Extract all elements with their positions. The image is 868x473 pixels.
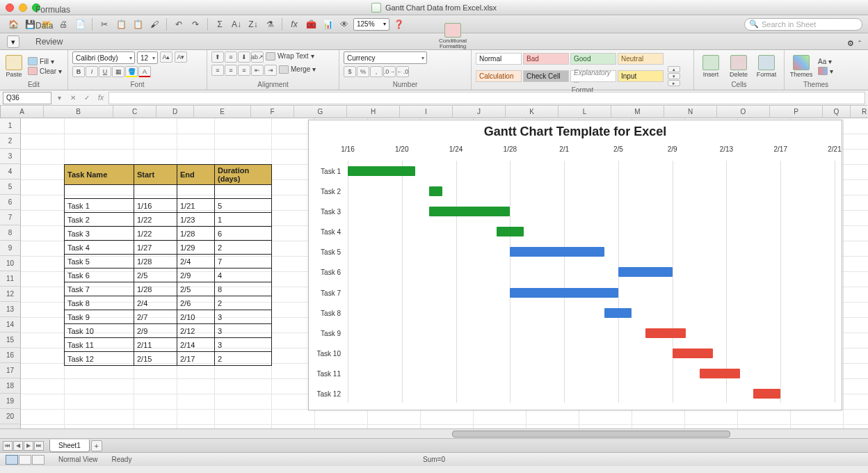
col-header[interactable]: H — [347, 106, 400, 118]
style-neutral[interactable]: Neutral — [618, 53, 664, 65]
redo-icon[interactable]: ↷ — [188, 17, 203, 31]
row-header[interactable]: 9 — [0, 241, 21, 256]
table-row[interactable]: Task 31/221/286 — [65, 227, 272, 241]
gantt-chart[interactable]: Gantt Chart Template for Excel 1/161/201… — [308, 120, 842, 410]
sort-asc-icon[interactable]: A↓ — [229, 17, 244, 31]
fx-button[interactable]: fx — [95, 93, 107, 104]
undo-icon[interactable]: ↶ — [171, 17, 186, 31]
paste-button[interactable]: Paste — [4, 52, 24, 80]
row-header[interactable]: 19 — [0, 394, 21, 409]
zoom-select[interactable]: 125%▾ — [353, 18, 389, 31]
add-sheet-button[interactable]: + — [91, 440, 102, 451]
align-right-button[interactable]: ≡ — [238, 65, 250, 76]
row-header[interactable]: 15 — [0, 332, 21, 348]
table-row[interactable]: Task 41/271/292 — [65, 241, 272, 255]
style-check-cell[interactable]: Check Cell — [523, 70, 569, 82]
styles-down-icon[interactable]: ▾ — [668, 73, 680, 79]
gantt-bar[interactable] — [604, 308, 632, 318]
gantt-bar[interactable] — [510, 247, 604, 257]
tab-data[interactable]: Data — [25, 17, 81, 33]
col-header[interactable]: O — [717, 106, 770, 118]
style-bad[interactable]: Bad — [523, 53, 569, 65]
font-name-select[interactable]: Calibri (Body) — [72, 51, 135, 64]
decrease-decimal-button[interactable]: ←.0 — [396, 66, 409, 77]
col-header[interactable]: M — [611, 106, 664, 118]
align-center-button[interactable]: ≡ — [225, 65, 237, 76]
sheet-tab-active[interactable]: Sheet1 — [49, 440, 90, 452]
close-icon[interactable] — [6, 3, 14, 12]
currency-button[interactable]: $ — [344, 66, 356, 77]
border-button[interactable]: ▦ — [112, 66, 124, 77]
style-normal[interactable]: Normal — [476, 53, 522, 65]
gantt-bar[interactable] — [673, 348, 713, 358]
sheet-nav-next-icon[interactable]: ▶ — [24, 441, 33, 451]
row-header[interactable]: 20 — [0, 409, 21, 424]
table-row[interactable]: Task 122/152/172 — [65, 352, 272, 366]
theme-fonts-button[interactable]: Aa▾ — [817, 57, 835, 66]
style-explanatory[interactable]: Explanatory ... — [570, 70, 616, 82]
insert-button[interactable]: Insert — [698, 52, 723, 80]
bold-button[interactable]: B — [72, 66, 85, 77]
row-header[interactable]: 14 — [0, 317, 21, 332]
col-header[interactable]: B — [44, 106, 113, 118]
underline-button[interactable]: U — [99, 66, 111, 77]
app-menu-button[interactable]: ▾ — [7, 35, 19, 48]
font-size-select[interactable]: 12 — [137, 51, 158, 64]
col-header[interactable]: G — [294, 106, 347, 118]
row-header[interactable]: 7 — [0, 210, 21, 225]
formula-input[interactable] — [108, 92, 865, 104]
table-row[interactable]: Task 21/221/231 — [65, 213, 272, 227]
col-header[interactable]: I — [400, 106, 453, 118]
sheet-nav-first-icon[interactable]: ⏮ — [3, 441, 13, 451]
italic-button[interactable]: I — [86, 66, 98, 77]
style-good[interactable]: Good — [570, 53, 616, 65]
home-icon[interactable]: 🏠 — [6, 17, 21, 31]
worksheet[interactable]: ABCDEFGHIJKLMNOPQR 123456789101112131415… — [0, 106, 868, 438]
sheet-nav-last-icon[interactable]: ⏭ — [34, 441, 44, 451]
ribbon-collapse-icon[interactable]: ˆ — [858, 40, 861, 48]
col-header[interactable]: L — [558, 106, 611, 118]
format-painter-icon[interactable]: 🖌 — [147, 17, 162, 31]
indent-left-button[interactable]: ⇤ — [251, 65, 264, 76]
chart-icon[interactable]: 📊 — [320, 17, 335, 31]
row-header[interactable]: 18 — [0, 378, 21, 394]
sheet-nav-prev-icon[interactable]: ◀ — [13, 441, 23, 451]
row-header[interactable]: 2 — [0, 134, 21, 149]
ribbon-options-icon[interactable]: ⚙ — [847, 39, 854, 48]
align-middle-button[interactable]: ≡ — [225, 51, 237, 63]
row-header[interactable]: 10 — [0, 256, 21, 271]
table-row[interactable]: Task 82/42/62 — [65, 296, 272, 310]
gantt-bar[interactable] — [348, 166, 415, 176]
row-header[interactable]: 5 — [0, 179, 21, 195]
filter-icon[interactable]: ⚗ — [262, 17, 278, 31]
col-header[interactable]: Q — [823, 106, 851, 118]
table-row[interactable]: Task 51/282/47 — [65, 255, 272, 268]
number-format-select[interactable]: Currency — [344, 51, 427, 64]
fill-color-button[interactable]: 🪣 — [125, 66, 138, 77]
row-header[interactable]: 1 — [0, 118, 21, 134]
orientation-button[interactable]: ab↗ — [251, 51, 264, 63]
page-layout-view-icon[interactable] — [19, 455, 31, 465]
fx-icon[interactable]: fx — [287, 17, 302, 31]
col-header[interactable]: P — [770, 106, 823, 118]
col-header[interactable]: N — [664, 106, 717, 118]
indent-right-button[interactable]: ⇥ — [264, 65, 277, 76]
gantt-bar[interactable] — [700, 369, 740, 378]
col-header[interactable]: F — [251, 106, 294, 118]
table-row[interactable]: Task 11/161/215 — [65, 199, 272, 213]
table-row[interactable]: Task 71/282/58 — [65, 282, 272, 296]
table-row[interactable]: Task 92/72/103 — [65, 310, 272, 324]
row-header[interactable]: 12 — [0, 287, 21, 302]
styles-up-icon[interactable]: ▴ — [668, 66, 680, 72]
wrap-text-button[interactable]: Wrap Text ▾ — [264, 51, 316, 61]
conditional-formatting-button[interactable]: Conditional Formatting — [435, 22, 470, 50]
increase-decimal-button[interactable]: .0→ — [383, 66, 396, 77]
theme-colors-button[interactable]: ▾ — [817, 67, 835, 76]
sum-icon[interactable]: Σ — [212, 17, 227, 31]
table-row[interactable]: Task 62/52/94 — [65, 268, 272, 282]
col-header[interactable]: R — [851, 106, 868, 118]
help-icon[interactable]: ❓ — [391, 17, 406, 31]
gantt-bar[interactable] — [618, 267, 673, 277]
grid[interactable]: Task NameStartEndDuration (days)Task 11/… — [21, 118, 868, 438]
themes-button[interactable]: Themes — [789, 52, 814, 80]
